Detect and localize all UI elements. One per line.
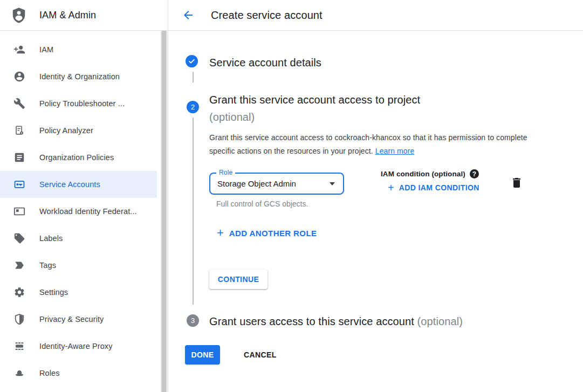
sidebar-item-identity-organization[interactable]: Identity & Organization <box>0 63 157 90</box>
sidebar-item-label: Organization Policies <box>39 153 114 162</box>
sidebar-item-label: Service Accounts <box>39 180 100 189</box>
add-another-role-label: ADD ANOTHER ROLE <box>229 229 317 238</box>
sidebar-item-identity-aware-proxy[interactable]: Identity-Aware Proxy <box>0 333 157 360</box>
sidebar-item-label: IAM <box>39 45 53 54</box>
dropdown-caret-icon <box>330 182 335 185</box>
learn-more-link[interactable]: Learn more <box>375 147 415 155</box>
sidebar-item-label: Labels <box>39 234 63 243</box>
step-connector <box>193 118 194 305</box>
iam-condition-label-text: IAM condition (optional) <box>381 170 465 178</box>
sidebar-item-workload-identity-federat[interactable]: Workload Identity Federat... <box>0 198 157 225</box>
step3-title-text: Grant users access to this service accou… <box>209 315 414 327</box>
sidebar-item-policy-troubleshooter[interactable]: Policy Troubleshooter ... <box>0 90 157 117</box>
sidebar-item-iam[interactable]: IAM <box>0 36 157 63</box>
sidebar-divider <box>168 0 168 392</box>
add-icon: + <box>217 228 224 238</box>
sidebar-item-label: Tags <box>39 261 56 270</box>
step2-number: 2 <box>191 103 195 111</box>
back-arrow-icon[interactable] <box>182 9 195 22</box>
shield-half-icon <box>13 313 26 326</box>
step-connector <box>193 72 194 82</box>
step2-optional-text: (optional) <box>209 111 255 123</box>
sidebar-item-organization-policies[interactable]: Organization Policies <box>0 144 157 171</box>
step3-title: Grant users access to this service accou… <box>209 313 576 330</box>
card-icon <box>13 205 26 218</box>
step2-description-text: Grant this service account access to coc… <box>209 133 527 155</box>
role-selected-value: Storage Object Admin <box>217 179 296 188</box>
step3-optional-text: (optional) <box>417 315 463 327</box>
add-another-role-button[interactable]: + ADD ANOTHER ROLE <box>217 228 317 238</box>
policy-analyzer-icon <box>13 124 26 137</box>
sidebar-item-label: Identity-Aware Proxy <box>39 342 113 350</box>
create-service-account-page: IAM & Admin IAMIdentity & OrganizationPo… <box>0 0 583 392</box>
label-icon <box>13 232 26 245</box>
role-select[interactable]: Role Storage Object Admin <box>209 173 344 195</box>
iam-admin-shield-icon <box>11 6 27 24</box>
iam-condition-label: IAM condition (optional) ? <box>381 169 479 178</box>
add-icon: + <box>388 183 394 192</box>
sidebar-item-label: Policy Troubleshooter ... <box>39 99 125 108</box>
step2-description: Grant this service account access to coc… <box>209 131 530 158</box>
continue-button[interactable]: CONTINUE <box>209 270 268 289</box>
tag-arrow-icon <box>13 259 26 272</box>
sidebar-item-label: Roles <box>39 369 60 377</box>
sidebar-item-tags[interactable]: Tags <box>0 252 157 279</box>
add-iam-condition-button[interactable]: + ADD IAM CONDITION <box>388 183 479 192</box>
step1-title: Service account details <box>209 54 321 71</box>
sidebar-item-label: Policy Analyzer <box>39 126 93 135</box>
hat-icon <box>13 367 26 380</box>
service-account-icon <box>13 178 26 191</box>
sidebar-scrollbar[interactable] <box>161 31 167 392</box>
account-circle-icon <box>13 70 26 83</box>
step2-title: Grant this service account access to pro… <box>209 91 544 126</box>
sidebar-item-labels[interactable]: Labels <box>0 225 157 252</box>
main-header: Create service account <box>168 0 583 31</box>
done-button[interactable]: DONE <box>185 345 220 365</box>
sidebar-item-label: Privacy & Security <box>39 315 104 324</box>
step2-number-icon: 2 <box>187 101 199 113</box>
step1-check-icon <box>186 55 198 67</box>
sidebar-item-service-accounts[interactable]: Service Accounts <box>0 171 157 198</box>
sidebar-nav: IAMIdentity & OrganizationPolicy Trouble… <box>0 31 168 392</box>
role-field-label: Role <box>216 169 235 176</box>
document-icon <box>13 151 26 164</box>
cancel-button[interactable]: CANCEL <box>239 345 281 365</box>
sidebar-header: IAM & Admin <box>0 0 168 31</box>
person-add-icon <box>13 43 26 56</box>
step3-number: 3 <box>191 317 195 325</box>
product-title: IAM & Admin <box>39 10 96 21</box>
sidebar-item-privacy-security[interactable]: Privacy & Security <box>0 306 157 333</box>
add-iam-condition-label: ADD IAM CONDITION <box>399 183 479 192</box>
delete-role-trash-icon[interactable] <box>510 176 523 189</box>
sidebar-item-label: Settings <box>39 288 68 297</box>
sidebar-item-label: Identity & Organization <box>39 72 120 81</box>
gear-icon <box>13 286 26 299</box>
help-icon[interactable]: ? <box>470 169 479 178</box>
sidebar-item-policy-analyzer[interactable]: Policy Analyzer <box>0 117 157 144</box>
step3-number-icon: 3 <box>187 314 199 327</box>
page-title: Create service account <box>211 9 323 22</box>
sidebar-item-roles[interactable]: Roles <box>0 360 157 387</box>
role-helper-text: Full control of GCS objects. <box>216 200 308 208</box>
step2-title-text: Grant this service account access to pro… <box>209 94 420 106</box>
sidebar-item-label: Workload Identity Federat... <box>39 207 137 216</box>
wrench-icon <box>13 97 26 110</box>
proxy-icon <box>13 340 26 353</box>
sidebar-item-settings[interactable]: Settings <box>0 279 157 306</box>
